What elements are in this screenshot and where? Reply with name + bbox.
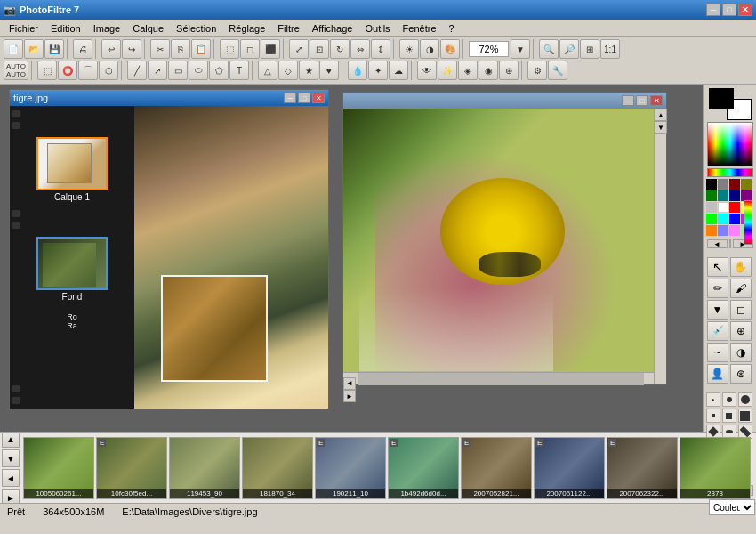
tb-ellipse-sel[interactable]: ⭕	[58, 61, 77, 80]
palette-olive[interactable]	[741, 179, 752, 190]
tool-smudge[interactable]: ~	[707, 343, 728, 362]
tb-rect-draw[interactable]: ▭	[168, 61, 188, 80]
menu-fichier[interactable]: Fichier	[4, 21, 44, 36]
thumb-item-7[interactable]: E 2007052821...	[461, 437, 532, 499]
tool-fill[interactable]: ▼	[707, 300, 728, 320]
couleur-select[interactable]: Couleur	[709, 499, 755, 515]
menu-image[interactable]: Image	[88, 21, 126, 36]
palette-navy[interactable]	[729, 190, 740, 201]
thumb-item-6[interactable]: E 1b492d6d0d...	[388, 437, 459, 499]
palette-red[interactable]	[729, 202, 740, 213]
brush-dot-6[interactable]	[738, 409, 752, 423]
brush-dot-3[interactable]	[738, 392, 752, 407]
palette-teal[interactable]	[718, 190, 728, 201]
palette-silver[interactable]	[706, 202, 717, 213]
tb-ellipse-draw[interactable]: ⬭	[189, 61, 208, 80]
tb-color[interactable]: 🎨	[440, 39, 460, 59]
flower-scrollbar-v[interactable]: ▲ ▼	[654, 109, 666, 384]
menu-filtre[interactable]: Filtre	[272, 21, 304, 36]
tb-redo[interactable]: ↪	[122, 39, 141, 59]
strip-nav-up[interactable]: ▲	[2, 432, 20, 448]
tb-effects[interactable]: ✨	[438, 61, 457, 80]
brush-dot-5[interactable]	[722, 409, 736, 423]
tb-plugin2[interactable]: 🔧	[548, 61, 567, 80]
tb-triangle[interactable]: △	[258, 61, 277, 80]
layer-item-2[interactable]: Fond	[12, 237, 133, 302]
menu-edition[interactable]: Edition	[45, 21, 86, 36]
flower-minimize[interactable]: ─	[622, 95, 634, 106]
menu-affichage[interactable]: Affichage	[307, 21, 358, 36]
strip-nav-left[interactable]: ◄	[2, 469, 20, 487]
hue-slider-v[interactable]	[744, 200, 752, 245]
color-fg-box[interactable]	[709, 88, 734, 109]
scroll-up-btn[interactable]: ▲	[655, 109, 667, 121]
palette-green[interactable]	[706, 190, 717, 201]
tb-rect-sel[interactable]: ⬚	[37, 61, 57, 80]
tool-select[interactable]: ↖	[707, 257, 728, 277]
tb-brightness[interactable]: ☀	[399, 39, 419, 59]
palette-orange[interactable]	[706, 225, 717, 236]
menu-outils[interactable]: Outils	[359, 21, 395, 36]
tool-dodge[interactable]: ◑	[730, 343, 752, 362]
scroll-thumb-h[interactable]	[358, 373, 644, 385]
tb-flip-v[interactable]: ⇕	[371, 39, 390, 59]
tb-print[interactable]: 🖨	[73, 39, 92, 59]
flower-scrollbar-h[interactable]: ◄ ►	[343, 372, 654, 384]
tb-star2[interactable]: ✦	[368, 61, 388, 80]
palette-black[interactable]	[706, 179, 717, 190]
thumb-item-8[interactable]: E 2007061122...	[534, 437, 605, 499]
tool-eraser[interactable]: ◻	[730, 300, 752, 320]
tb-heart[interactable]: ♥	[319, 61, 339, 80]
tb-contrast[interactable]: ◑	[420, 39, 439, 59]
zoom-dropdown[interactable]: ▼	[511, 39, 530, 59]
tb-star[interactable]: ★	[299, 61, 318, 80]
thumb-item-2[interactable]: E 10fc30f5ed...	[96, 437, 167, 499]
menu-calque[interactable]: Calque	[127, 21, 169, 36]
tb-flip-h[interactable]: ⇔	[350, 39, 370, 59]
strip-nav-right[interactable]: ►	[2, 489, 20, 503]
palette-gray[interactable]	[718, 179, 728, 190]
tb-poly-sel[interactable]: ⬡	[99, 61, 118, 80]
tb-plugin1[interactable]: ⚙	[527, 61, 547, 80]
brush-dot-2[interactable]	[722, 392, 736, 407]
scroll-right-btn[interactable]: ►	[343, 390, 356, 402]
palette-blue[interactable]	[729, 214, 740, 224]
maximize-button[interactable]: □	[722, 4, 736, 16]
tb-smudge2[interactable]: ⊛	[499, 61, 519, 80]
tb-lasso[interactable]: ⌒	[78, 61, 98, 80]
thumb-item-4[interactable]: 181870_34	[242, 437, 313, 499]
palette-pink[interactable]	[729, 225, 740, 236]
layer-item-1[interactable]: Calque 1	[12, 137, 133, 202]
close-button[interactable]: ✕	[738, 4, 752, 16]
tb-select-all[interactable]: ⬚	[220, 39, 239, 59]
tb-poly-draw[interactable]: ⬠	[209, 61, 229, 80]
tool-hand[interactable]: ✋	[730, 257, 752, 277]
thumb-item-9[interactable]: E 2007062322...	[607, 437, 678, 499]
tb-copy[interactable]: ⎘	[171, 39, 190, 59]
tool-clone[interactable]: ⊕	[730, 321, 752, 341]
tb-rotate[interactable]: ↻	[330, 39, 350, 59]
tb-redeye[interactable]: 👁	[417, 61, 437, 80]
layer-thumb-1[interactable]	[36, 137, 108, 190]
scroll-down-btn[interactable]: ▼	[655, 121, 667, 134]
tb-actual[interactable]: 1:1	[600, 39, 620, 59]
tb-zoom-out[interactable]: 🔍	[539, 39, 559, 59]
brush-dot-4[interactable]	[706, 409, 720, 423]
tb-auto-auto[interactable]: AUTOAUTO	[4, 61, 28, 80]
flower-maximize[interactable]: □	[636, 95, 648, 106]
tb-save[interactable]: 💾	[44, 39, 64, 59]
layer-thumb-2[interactable]	[36, 237, 108, 290]
tb-deselect[interactable]: ◻	[240, 39, 260, 59]
tb-cloud[interactable]: ☁	[389, 61, 408, 80]
color-fg-bg[interactable]	[709, 88, 752, 120]
tool-eyedropper[interactable]: 💉	[707, 321, 728, 341]
tool-brush[interactable]: 🖌	[730, 279, 752, 298]
tool-portrait[interactable]: 👤	[707, 364, 728, 384]
tb-cut[interactable]: ✂	[150, 39, 170, 59]
doc-close[interactable]: ✕	[312, 93, 325, 103]
palette-scroll[interactable]	[729, 239, 731, 248]
menu-selection[interactable]: Sélection	[171, 21, 221, 36]
menu-fenetre[interactable]: Fenêtre	[398, 21, 442, 36]
palette-left[interactable]: ◄	[707, 239, 728, 248]
tb-new[interactable]: 📄	[4, 39, 23, 59]
